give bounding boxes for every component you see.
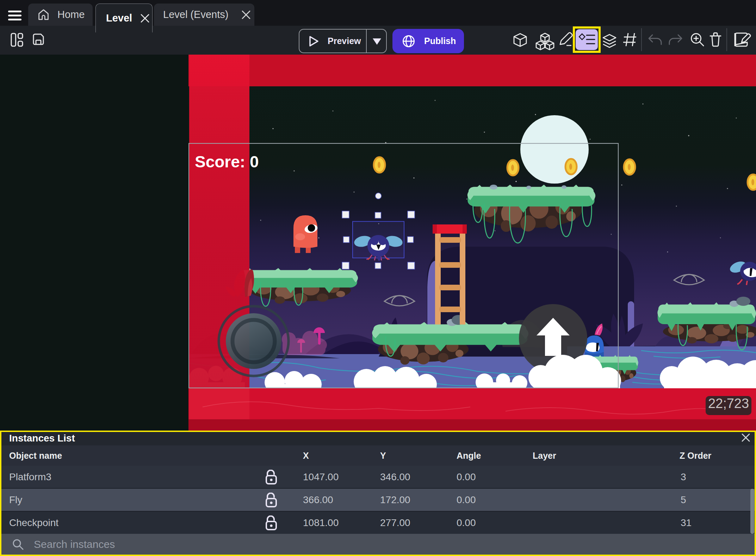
svg-text:22;723: 22;723: [708, 396, 749, 411]
svg-text:Score: 0: Score: 0: [195, 153, 259, 171]
